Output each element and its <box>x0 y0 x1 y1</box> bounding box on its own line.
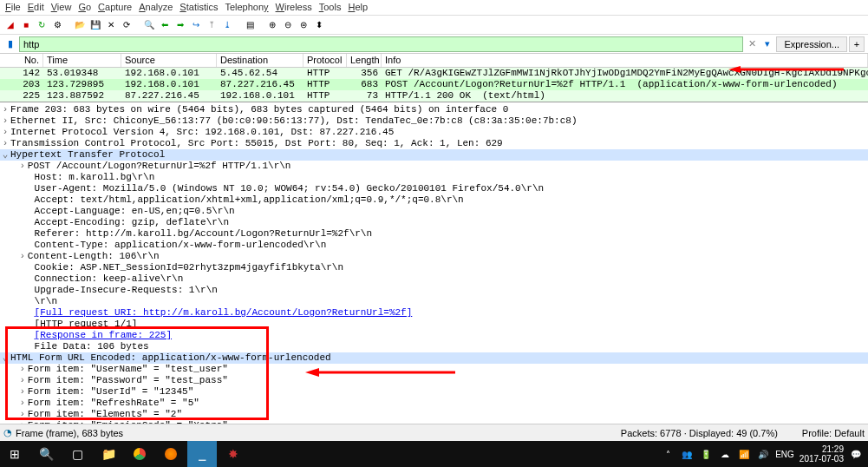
menu-statistics[interactable]: Statistics <box>179 2 218 13</box>
tray-battery-icon[interactable]: 🔋 <box>699 447 713 461</box>
collapse-icon[interactable]: ⌄ <box>0 352 10 364</box>
toolbar-next-icon[interactable]: ➡ <box>173 18 187 32</box>
explorer-icon[interactable]: 📁 <box>94 441 123 467</box>
menu-tools[interactable]: Tools <box>319 2 342 13</box>
menu-file[interactable]: File <box>5 2 21 13</box>
tray-wifi-icon[interactable]: 📶 <box>737 447 751 461</box>
tray-clock[interactable]: 21:29 2017-07-03 <box>799 444 844 464</box>
toolbar-options-icon[interactable]: ⚙ <box>50 18 64 32</box>
col-source-header[interactable]: Source <box>121 54 217 67</box>
toolbar-autoscroll-icon[interactable]: ▤ <box>243 18 257 32</box>
toolbar-first-icon[interactable]: ⤒ <box>205 18 219 32</box>
expression-button[interactable]: Expression... <box>776 36 847 52</box>
toolbar-zoomout-icon[interactable]: ⊖ <box>281 18 295 32</box>
packet-row[interactable]: 142 53.019348 192.168.0.101 5.45.62.54 H… <box>0 68 868 79</box>
full-uri-link[interactable]: [Full request URI: http://m.karoll.bg/Ac… <box>35 307 413 318</box>
menu-capture[interactable]: Capture <box>98 2 132 13</box>
expand-icon[interactable]: › <box>17 251 28 262</box>
status-bar: ◔ Frame (frame), 683 bytes Packets: 6778… <box>0 424 868 441</box>
col-time-header[interactable]: Time <box>43 54 121 67</box>
menu-wireless[interactable]: Wireless <box>276 2 312 13</box>
menu-edit[interactable]: Edit <box>28 2 44 13</box>
toolbar-zoomin-icon[interactable]: ⊕ <box>265 18 279 32</box>
menu-go[interactable]: Go <box>78 2 91 13</box>
status-packets: Packets: 6778 · Displayed: 49 (0.7%) <box>621 428 778 438</box>
menu-bar: File Edit View Go Capture Analyze Statis… <box>0 0 868 16</box>
tray-volume-icon[interactable]: 🔊 <box>756 447 770 461</box>
packet-row[interactable]: 225 123.887592 87.227.216.45 192.168.0.1… <box>0 90 868 102</box>
expand-icon[interactable]: › <box>0 115 10 127</box>
packet-row-selected[interactable]: 203 123.729895 192.168.0.101 87.227.216.… <box>0 79 868 90</box>
start-button[interactable]: ⊞ <box>0 441 29 467</box>
packet-details[interactable]: ›Frame 203: 683 bytes on wire (5464 bits… <box>0 102 868 438</box>
collapse-icon[interactable]: ⌄ <box>0 149 10 161</box>
taskview-icon[interactable]: ▢ <box>62 441 92 467</box>
toolbar-close-icon[interactable]: ✕ <box>104 18 118 32</box>
clear-filter-icon[interactable]: ✕ <box>745 37 759 51</box>
firefox-icon[interactable] <box>156 441 186 467</box>
toolbar-start-icon[interactable]: ◢ <box>3 18 17 32</box>
menu-view[interactable]: View <box>51 2 72 13</box>
toolbar-zoom100-icon[interactable]: ⊜ <box>297 18 310 32</box>
response-frame-link[interactable]: [Response in frame: 225] <box>35 330 172 340</box>
packet-list[interactable]: 142 53.019348 192.168.0.101 5.45.62.54 H… <box>0 68 868 102</box>
status-frame: Frame (frame), 683 bytes <box>16 428 123 438</box>
menu-analyze[interactable]: Analyze <box>139 2 173 13</box>
bookmark-icon[interactable]: ▮ <box>3 37 17 51</box>
tray-up-icon[interactable]: ˄ <box>661 447 675 461</box>
filter-bar: ▮ ✕ ▾ Expression... + <box>0 35 868 54</box>
expand-icon[interactable]: › <box>0 127 10 138</box>
app-icon[interactable]: ✸ <box>219 441 248 467</box>
toolbar-find-icon[interactable]: 🔍 <box>142 18 156 32</box>
expand-icon[interactable]: › <box>0 138 10 149</box>
tray-notifications-icon[interactable]: 💬 <box>849 447 863 461</box>
toolbar-stop-icon[interactable]: ■ <box>19 18 33 32</box>
col-proto-header[interactable]: Protocol <box>303 54 347 67</box>
apply-filter-icon[interactable]: ▾ <box>760 37 774 51</box>
toolbar-open-icon[interactable]: 📂 <box>73 18 87 32</box>
col-no-header[interactable]: No. <box>0 54 43 67</box>
display-filter-input[interactable] <box>19 36 743 52</box>
toolbar-last-icon[interactable]: ⤓ <box>220 18 234 32</box>
toolbar-save-icon[interactable]: 💾 <box>88 18 102 32</box>
expand-icon[interactable]: › <box>17 386 28 398</box>
toolbar-goto-icon[interactable]: ↪ <box>189 18 203 32</box>
http-header: Hypertext Transfer Protocol <box>10 149 165 160</box>
tray-people-icon[interactable]: 👥 <box>680 447 694 461</box>
col-length-header[interactable]: Length <box>347 54 382 67</box>
packet-list-header: No. Time Source Destination Protocol Len… <box>0 54 868 68</box>
expand-icon[interactable]: › <box>17 364 28 375</box>
toolbar-reload-icon[interactable]: ⟳ <box>120 18 134 32</box>
menu-telephony[interactable]: Telephony <box>225 2 268 13</box>
expand-icon[interactable]: › <box>0 104 10 115</box>
menu-help[interactable]: Help <box>348 2 368 13</box>
chrome-icon[interactable] <box>125 441 154 467</box>
col-dest-header[interactable]: Destination <box>217 54 303 67</box>
main-toolbar: ◢ ■ ↻ ⚙ 📂 💾 ✕ ⟳ 🔍 ⬅ ➡ ↪ ⤒ ⤓ ▤ ⊕ ⊖ ⊜ ⬍ <box>0 16 868 35</box>
toolbar-restart-icon[interactable]: ↻ <box>35 18 49 32</box>
add-filter-button[interactable]: + <box>849 36 865 52</box>
expand-icon[interactable]: › <box>17 398 28 409</box>
wireshark-icon[interactable]: ⎯ <box>187 441 217 467</box>
expand-icon[interactable]: › <box>17 409 28 420</box>
windows-taskbar: ⊞ 🔍 ▢ 📁 ⎯ ✸ ˄ 👥 🔋 ☁ 📶 🔊 ENG 21:29 2017-0… <box>0 441 868 467</box>
tray-onedrive-icon[interactable]: ☁ <box>718 447 732 461</box>
tray-language[interactable]: ENG <box>775 450 794 459</box>
help-icon[interactable]: ◔ <box>3 427 12 438</box>
expand-icon[interactable]: › <box>17 375 28 386</box>
toolbar-prev-icon[interactable]: ⬅ <box>158 18 172 32</box>
search-icon[interactable]: 🔍 <box>31 441 61 467</box>
col-info-header[interactable]: Info <box>382 54 868 67</box>
status-profile[interactable]: Profile: Default <box>802 428 865 438</box>
form-header: HTML Form URL Encoded: application/x-www… <box>10 352 331 363</box>
expand-icon[interactable]: › <box>17 161 28 172</box>
toolbar-resize-icon[interactable]: ⬍ <box>312 18 326 32</box>
